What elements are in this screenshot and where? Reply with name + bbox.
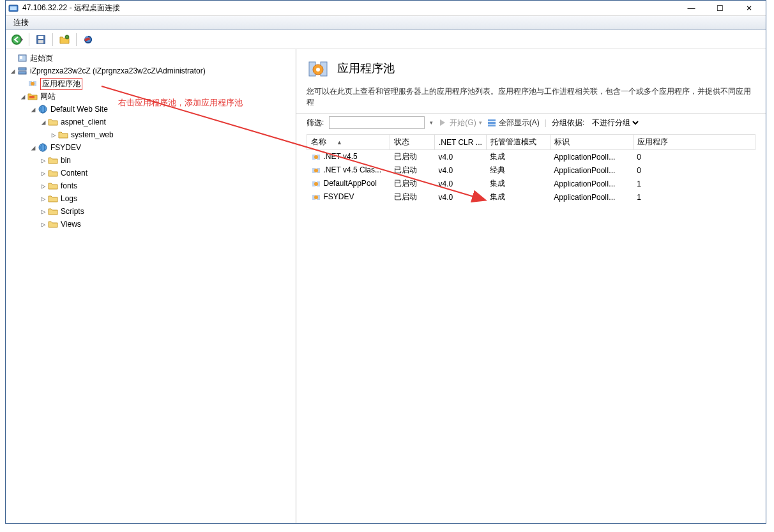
tree-folder-views[interactable]: ▷ Views bbox=[7, 218, 296, 231]
folder-icon bbox=[48, 219, 58, 229]
menu-connect[interactable]: 连接 bbox=[10, 16, 33, 29]
svg-point-37 bbox=[314, 182, 318, 186]
filter-input[interactable] bbox=[329, 116, 425, 129]
folder-icon bbox=[48, 194, 58, 204]
tree: 起始页 ◢ iZprgnzxa23w2cZ (iZprgnzxa23w2cZ\A… bbox=[6, 49, 296, 233]
svg-point-25 bbox=[316, 68, 320, 72]
table-row[interactable]: FSYDEV 已启动 v4.0 集成 ApplicationPoolI... 1 bbox=[307, 190, 755, 204]
tree-label: system_web bbox=[71, 130, 114, 139]
svg-rect-5 bbox=[38, 36, 43, 39]
expand-icon[interactable]: ▷ bbox=[39, 156, 48, 165]
home-icon bbox=[17, 53, 27, 63]
go-icon bbox=[438, 118, 447, 127]
expand-icon[interactable]: ▷ bbox=[39, 195, 48, 203]
tree-server[interactable]: ◢ iZprgnzxa23w2cZ (iZprgnzxa23w2cZ\Admin… bbox=[7, 65, 296, 77]
col-apps[interactable]: 应用程序 bbox=[633, 135, 755, 150]
svg-rect-13 bbox=[19, 72, 26, 74]
tree-label: Default Web Site bbox=[50, 105, 108, 114]
expand-icon[interactable]: ▷ bbox=[49, 131, 58, 139]
tree-label: 应用程序池 bbox=[42, 79, 80, 88]
tree-folder-sysweb[interactable]: ▷ system_web bbox=[7, 128, 296, 141]
annotation-text: 右击应用程序池，添加应用程序池 bbox=[118, 97, 243, 109]
separator bbox=[29, 33, 29, 46]
open-button[interactable] bbox=[57, 32, 72, 47]
tree-site-fsydev[interactable]: ◢ FSYDEV bbox=[7, 141, 296, 154]
tree-label: Scripts bbox=[61, 207, 84, 216]
tree-label: Content bbox=[61, 169, 87, 178]
expand-icon[interactable]: ▷ bbox=[39, 169, 48, 178]
col-clr[interactable]: .NET CLR ... bbox=[435, 135, 487, 150]
tree-label: aspnet_client bbox=[61, 118, 106, 126]
folder-icon bbox=[48, 117, 58, 127]
globe-icon bbox=[38, 104, 48, 114]
group-select[interactable]: 不进行分组 bbox=[589, 118, 641, 128]
collapse-icon[interactable]: ◢ bbox=[39, 118, 48, 126]
expand-icon[interactable]: ▷ bbox=[39, 208, 48, 216]
folder-icon bbox=[58, 130, 68, 140]
tree-folder-logs[interactable]: ▷ Logs bbox=[7, 192, 296, 205]
folder-icon bbox=[48, 155, 58, 165]
svg-point-34 bbox=[314, 169, 318, 172]
svg-rect-28 bbox=[488, 125, 496, 126]
svg-rect-1 bbox=[10, 6, 17, 10]
tree-label: Logs bbox=[61, 194, 77, 203]
svg-point-31 bbox=[314, 155, 318, 159]
minimize-button[interactable]: — bbox=[677, 1, 706, 15]
maximize-button[interactable]: ☐ bbox=[706, 1, 734, 15]
app-pools-icon bbox=[307, 57, 330, 80]
collapse-icon[interactable]: ◢ bbox=[8, 67, 17, 75]
app-pool-table: 名称▲ 状态 .NET CLR ... 托管管道模式 标识 应用程序 .NET … bbox=[307, 134, 755, 204]
col-name[interactable]: 名称▲ bbox=[307, 135, 390, 150]
group-label: 分组依据: bbox=[552, 118, 584, 128]
folder-icon bbox=[48, 206, 58, 217]
content-area: 起始页 ◢ iZprgnzxa23w2cZ (iZprgnzxa23w2cZ\A… bbox=[6, 49, 766, 523]
svg-point-40 bbox=[314, 195, 318, 199]
toolbar bbox=[6, 30, 766, 49]
tree-folder-content[interactable]: ▷ Content bbox=[7, 167, 296, 179]
col-pipeline[interactable]: 托管管道模式 bbox=[486, 135, 550, 150]
main-pane: 应用程序池 您可以在此页上查看和管理服务器上的应用程序池列表。应用程序池与工作进… bbox=[296, 49, 766, 523]
collapse-icon[interactable]: ◢ bbox=[19, 93, 27, 101]
tree-folder-fonts[interactable]: ▷ fonts bbox=[7, 179, 296, 192]
tree-label: fonts bbox=[61, 181, 77, 190]
tree-app-pools[interactable]: 应用程序池 bbox=[7, 77, 296, 90]
table-row[interactable]: .NET v4.5 Clas... 已启动 v4.0 经典 Applicatio… bbox=[307, 163, 755, 177]
tree-label: bin bbox=[61, 156, 71, 165]
svg-point-16 bbox=[31, 82, 34, 86]
tree-folder-aspnet[interactable]: ◢ aspnet_client bbox=[7, 116, 296, 128]
show-all-button[interactable]: 全部显示(A) bbox=[487, 118, 540, 128]
page-title: 应用程序池 bbox=[337, 61, 395, 76]
svg-rect-6 bbox=[38, 40, 43, 43]
filter-bar: 筛选: ▾ 开始(G) ▾ 全部显示(A) | 分组依据: 不进行分组 bbox=[296, 113, 766, 132]
tree-folder-bin[interactable]: ▷ bin bbox=[7, 154, 296, 167]
table-row[interactable]: DefaultAppPool 已启动 v4.0 集成 ApplicationPo… bbox=[307, 177, 755, 190]
separator bbox=[52, 33, 53, 46]
col-identity[interactable]: 标识 bbox=[550, 135, 633, 150]
svg-rect-11 bbox=[20, 56, 22, 59]
refresh-button[interactable] bbox=[80, 32, 96, 47]
connections-pane: 起始页 ◢ iZprgnzxa23w2cZ (iZprgnzxa23w2cZ\A… bbox=[6, 49, 296, 523]
close-button[interactable]: ✕ bbox=[734, 1, 763, 15]
folder-icon bbox=[27, 91, 38, 102]
go-button[interactable]: 开始(G) ▾ bbox=[438, 118, 482, 128]
folder-icon bbox=[48, 181, 58, 191]
save-button[interactable] bbox=[33, 32, 49, 47]
svg-rect-17 bbox=[29, 96, 34, 98]
collapse-icon[interactable]: ◢ bbox=[29, 105, 38, 114]
expand-icon[interactable]: ▷ bbox=[39, 182, 48, 190]
collapse-icon[interactable]: ◢ bbox=[29, 144, 38, 152]
show-all-icon bbox=[487, 118, 496, 127]
expand-icon[interactable]: ▷ bbox=[39, 220, 48, 229]
svg-point-18 bbox=[39, 105, 47, 113]
back-button[interactable] bbox=[10, 32, 25, 47]
svg-point-7 bbox=[65, 35, 69, 39]
filter-dropdown-icon[interactable]: ▾ bbox=[430, 119, 433, 126]
col-status[interactable]: 状态 bbox=[390, 135, 435, 150]
page-description: 您可以在此页上查看和管理服务器上的应用程序池列表。应用程序池与工作进程相关联，包… bbox=[296, 84, 766, 113]
table-row[interactable]: .NET v4.5 已启动 v4.0 集成 ApplicationPoolI..… bbox=[307, 150, 755, 164]
globe-icon bbox=[38, 142, 48, 153]
tree-folder-scripts[interactable]: ▷ Scripts bbox=[7, 205, 296, 218]
tree-start-page[interactable]: 起始页 bbox=[7, 52, 296, 65]
tree-label: 网站 bbox=[40, 91, 56, 102]
filter-label: 筛选: bbox=[307, 118, 324, 128]
